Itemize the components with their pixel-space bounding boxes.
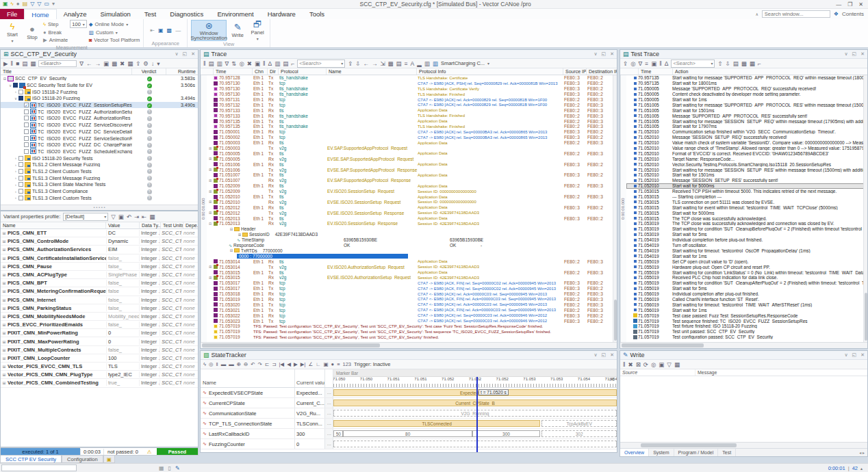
property-expander-icon[interactable]: ⊞ [1,364,8,369]
export-icon[interactable]: ⇪ [348,60,353,68]
statetracker-row[interactable]: ∿LastRxCallbackID300⋯5080300302 [201,429,617,439]
test-trace-row[interactable]: 71.053015Received TCP PSH within timeout… [626,189,867,194]
test-trace-search-combo[interactable]: <Search>▾ [671,60,715,68]
app-icon[interactable]: ▣ [3,0,8,8]
tree-expander-icon[interactable]: › [13,183,18,187]
trace-row[interactable]: ⊞71.051006Txv2gEVSE.SAP.SupportedAppProt… [207,167,617,172]
test-tree-row[interactable]: ›TLS1.3 Client Compliance? [1,188,198,195]
find-icon[interactable]: ◎ [630,60,635,68]
import-icon[interactable]: ⇥ [134,213,139,221]
ribbon-tab-analyze[interactable]: Analyze [57,9,94,19]
property-expander-icon[interactable]: ⊞ [1,231,8,235]
test-tree-row[interactable]: ›TLS1.3 Client State Machine Tests? [1,181,198,188]
test-tree-row[interactable]: ›TLS1.3 Client Custom Tests? [1,194,198,201]
clear-all-icon[interactable]: ⊠ [636,360,641,369]
ribbon-tab-hardware[interactable]: Hardware [261,9,303,19]
variant-property-row[interactable]: ⊞PICS_CMN_MobilityNeedsModeMobility_need… [1,313,198,321]
value-more-button[interactable]: ⋯ [325,439,333,449]
import-icon[interactable]: ⇩ [355,60,360,68]
test-trace-row[interactable]: 71.053015Start waiting for event within … [626,205,867,210]
new-icon[interactable]: ▩ [112,60,117,68]
trace-row[interactable]: 70.957130Eth 1Txtls_handshakeTLS Handsha… [207,86,617,92]
copy-icon[interactable]: ▣ [659,360,664,369]
minimize-button[interactable]: — [836,1,841,8]
detail-expander-icon[interactable]: ⊟ [229,227,234,231]
property-expander-icon[interactable]: ⊞ [1,330,8,335]
row-expander[interactable]: ⊞ [207,265,214,269]
test-unit-search-input[interactable] [38,60,77,67]
test-trace-row[interactable]: 71.053015--- Starting completion --- [626,194,867,200]
test-trace-row[interactable]: 71.052010Message 'SESSION_SETUP_RES' suc… [626,178,867,183]
value-more-button[interactable]: ⋯ [325,388,333,397]
test-trace-row[interactable]: 71.051005Start waiting for message 'SUPP… [626,102,867,107]
test-tree-row[interactable]: ›ISO 15118-20 Security Tests? [1,155,198,161]
trace-row[interactable]: 71.051006Eth 1RxtlsApplication DataFE80:… [207,161,617,167]
tree-checkbox[interactable] [18,162,23,167]
zoom-out-icon[interactable]: ⊖ [244,360,248,369]
zoom-in-icon[interactable]: ⊕ [237,360,241,369]
trace-row[interactable]: 71.053023Eth 1TxtcpC7A7 -> E980 [ACK] re… [207,318,617,324]
scroll-mode-icon[interactable]: ▤ [283,60,288,68]
tree-checkbox[interactable] [24,142,29,147]
ribbon-tab-diagnostics[interactable]: Diagnostics [163,9,210,19]
stop-button[interactable]: ●Stop [23,20,41,44]
detail-expander-icon[interactable]: ⊞ [237,233,242,237]
trace-row[interactable]: ⊞71.052009Txv2gEV.ISO20.SessionSetup_Req… [207,189,617,194]
layout-icon[interactable]: ▤ [733,60,739,68]
filter-icon[interactable]: ∇ [79,60,84,68]
level-icon[interactable]: ≡ [645,60,648,68]
tree-expander-icon[interactable]: ⊟ [2,77,8,81]
statetracker-row[interactable]: ∿CommunicationStateV2G_Ru...⋯V2G_Running [201,408,617,419]
test-trace-row[interactable]: 71.053015TLS connection on port 51111 wa… [626,199,867,205]
test-trace-row[interactable]: 71.057019Test unit passed: SCC_CTP_EV_Se… [626,329,867,335]
test-trace-row[interactable]: 71.055019Start wait for 5ms [626,286,867,291]
test-trace-row[interactable]: 71.056019Start waiting for timeout: 'tes… [626,302,867,307]
test-trace-row[interactable]: 71.051005Message 'SUPPORTED_APP_PROTOCOL… [626,113,867,118]
docs-icon[interactable]: ▦ [750,60,755,68]
property-expander-icon[interactable]: ⊞ [1,322,8,327]
property-expander-icon[interactable]: ⊞ [1,239,8,244]
test-trace-row[interactable]: 71.052010Value range check of 'TimeStamp… [626,146,867,151]
panel-close-icon[interactable]: ✕ [610,352,614,358]
test-tree-row[interactable]: ∨SCC Security Test Suite for EV✓3.506s [1,82,198,89]
pause-icon[interactable]: ‖ [203,60,206,68]
tree-checkbox[interactable] [13,83,18,88]
variant-property-row[interactable]: ⊞PIXIT_CMN_MultipleContractsfalse_Intege… [1,346,198,354]
test-trace-row[interactable]: 71.052010Format of 'EVCCID' is correct. … [626,150,867,156]
panel-float-icon[interactable]: ◱ [852,51,857,57]
pause-icon[interactable]: ‖ [11,60,14,68]
test-trace-row[interactable]: 71.054019Individual completion before pl… [626,237,867,243]
test-tree-row[interactable]: ∨ISO 15118-20 Fuzzing✓3.494s [1,95,198,102]
variant-property-row[interactable]: ⊞PICS_CMN_AuthorizationServicesEIMIntege… [1,246,198,254]
test-trace-row[interactable]: 71.055019Hardware plug-out: Open CP circ… [626,264,867,270]
export-icon[interactable]: ⇪ [623,60,628,68]
dock-left-icon[interactable]: ⇤ [150,27,155,34]
trace-row[interactable]: 71.052013Eth 1TxtlsApplication DataFE80:… [207,215,617,221]
test-trace-row[interactable]: 71.051005Start wait for 1501ms [626,107,867,113]
find-icon[interactable]: ◎ [651,360,656,369]
fit-width-icon[interactable]: ▬ [221,360,227,369]
trace-row[interactable]: 71.053017Eth 1TxtcpC7A7 -> E980 [ACK, FI… [207,286,617,291]
test-tree-row[interactable]: ✓TC_ISO20_EVCC_FUZZ_SessionSetupRes✓3.49… [1,102,198,109]
search-window-input[interactable] [762,10,830,18]
minimize-ribbon-icon[interactable]: — [175,27,181,34]
property-expander-icon[interactable]: ⊞ [1,289,8,293]
test-trace-row[interactable]: 71.050005Message 'SUPPORTED_APP_PROTOCOL… [626,86,867,92]
tree-checkbox[interactable] [18,176,23,181]
test-trace-row[interactable]: 71.055019Start waiting for condition 'SU… [626,280,867,286]
trace-vertical-scrollbar[interactable] [613,75,617,342]
contents-button[interactable]: Contents [842,11,864,17]
restore-button[interactable]: ❐ [847,1,852,8]
variant-property-row[interactable]: ⊞PICS_CMN_CertificateInstallationService… [1,254,198,263]
doc-check-icon[interactable]: ▦ [30,60,36,68]
trace-detail-row[interactable]: ⊟TxRTDs77000000 [207,248,617,254]
trace-search-combo[interactable]: <Search>▾ [297,60,345,68]
trace-row[interactable]: ⊞71.051007Rxv2gEV.SAP.SupportedAppProtoc… [207,178,617,183]
panel-button[interactable]: 🗗Panel▾ [248,20,266,41]
test-trace-row[interactable]: 71.057019Test case passed: Fuzz Test: Se… [626,313,867,318]
property-expander-icon[interactable]: ⊞ [1,272,8,277]
value-more-button[interactable]: ⋯ [325,398,333,408]
variant-property-row[interactable]: ⊞Vector_PICS_CMN_CMN_PlugTypetype2_IECIn… [1,371,198,379]
property-expander-icon[interactable]: ⊞ [1,247,8,252]
property-expander-icon[interactable]: ⊞ [1,264,8,269]
